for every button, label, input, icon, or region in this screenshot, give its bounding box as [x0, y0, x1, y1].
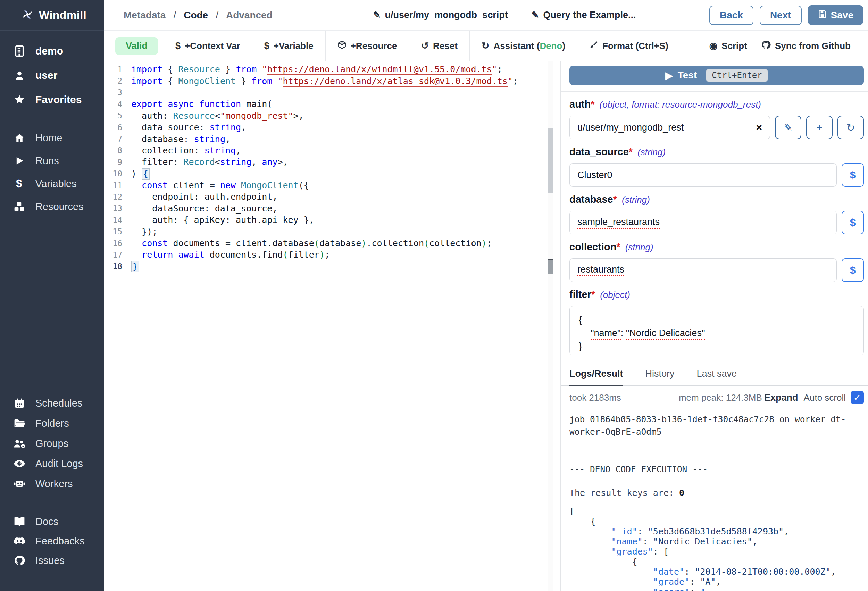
result-json-line: "grades": [: [570, 547, 864, 557]
assistant-lang: Deno: [540, 41, 562, 51]
sidebar-item-label: Resources: [35, 201, 84, 213]
add-variable-button[interactable]: $ +Variable: [252, 35, 325, 56]
sidebar-item-resources[interactable]: Resources: [0, 195, 104, 218]
sidebar-item-feedbacks[interactable]: Feedbacks: [0, 531, 104, 551]
code-editor[interactable]: 1import { Resource } from "https://deno.…: [104, 62, 555, 591]
autoscroll-checkbox[interactable]: ✓: [851, 391, 864, 404]
test-label: Test: [678, 70, 697, 81]
building-icon: [12, 45, 27, 57]
code-line: 9 filter: Record<string, any>,: [104, 156, 555, 168]
line-number: 2: [104, 76, 122, 86]
play-icon: [12, 155, 27, 166]
line-number: 12: [104, 192, 122, 201]
field-name: collection: [570, 241, 616, 253]
back-button[interactable]: Back: [709, 6, 753, 25]
tab-metadata[interactable]: Metadata: [124, 10, 165, 21]
plus-icon: +: [816, 121, 822, 133]
next-button[interactable]: Next: [760, 6, 802, 25]
save-button[interactable]: Save: [808, 5, 863, 25]
assistant-label: Assistant (Deno): [493, 41, 565, 52]
add-context-var-button[interactable]: $ +Context Var: [164, 35, 252, 56]
sidebar-item-label: Schedules: [35, 397, 82, 409]
database-field-label: database*(string): [570, 194, 864, 205]
sidebar-item-workers[interactable]: Workers: [0, 474, 104, 494]
code-line: 6 data_source: string,: [104, 121, 555, 133]
sidebar-item-favorites[interactable]: Favorites: [0, 87, 104, 112]
required-star: *: [616, 241, 620, 253]
tab-advanced[interactable]: Advanced: [226, 10, 273, 21]
sidebar-item-issues[interactable]: Issues: [0, 551, 104, 570]
auth-resource-input[interactable]: u/user/my_mongodb_rest ×: [570, 116, 770, 139]
sidebar-item-label: Workers: [35, 478, 72, 490]
sidebar-item-label: Issues: [35, 555, 65, 566]
data_source-var-picker-button[interactable]: $: [841, 163, 864, 187]
result-json-line: "grade": "A",: [570, 577, 864, 587]
scrollbar-thumb[interactable]: [548, 129, 553, 193]
valid-badge: Valid: [115, 37, 158, 55]
line-number: 17: [104, 250, 122, 259]
sidebar-item-audit-logs[interactable]: Audit Logs: [0, 454, 104, 474]
field-type: (object): [600, 290, 630, 300]
editor-scrollbar[interactable]: [548, 62, 553, 591]
result-json-line: "name": "Nordic Delicacies",: [570, 536, 864, 547]
sidebar-item-docs[interactable]: Docs: [0, 512, 104, 531]
collection-input[interactable]: restaurants: [570, 259, 837, 282]
sidebar-item-home[interactable]: Home: [0, 126, 104, 149]
tab-logs-result[interactable]: Logs/Result: [570, 363, 623, 386]
reset-label: Reset: [433, 41, 458, 52]
mem-peak-label: mem peak: 124.3MB: [679, 392, 762, 403]
pencil-icon: ✎: [373, 10, 381, 21]
sidebar-item-groups[interactable]: Groups: [0, 433, 104, 454]
assistant-button[interactable]: ↻ Assistant (Deno): [470, 35, 577, 56]
tab-code[interactable]: Code: [184, 10, 208, 21]
edit-resource-button[interactable]: ✎: [775, 116, 802, 139]
field-type: (string): [638, 147, 666, 158]
result-json-line: [: [570, 506, 864, 516]
code-line: 3: [104, 87, 555, 98]
home-icon: [12, 133, 27, 143]
line-number: 3: [104, 88, 122, 97]
expand-button[interactable]: Expand: [764, 392, 798, 403]
add-resource-button-panel[interactable]: +: [806, 116, 833, 139]
script-path-button[interactable]: ✎ u/user/my_mongodb_script: [373, 10, 508, 21]
play-icon: ▶: [665, 70, 673, 81]
field-type: (string): [625, 242, 654, 253]
sidebar-item-user[interactable]: user: [0, 63, 104, 87]
add-resource-button[interactable]: +Resource: [326, 35, 409, 56]
sidebar-item-runs[interactable]: Runs: [0, 149, 104, 172]
windmill-app: Windmill demouserFavorites HomeRuns$Vari…: [0, 0, 868, 591]
database-input[interactable]: sample_restaurants: [570, 211, 837, 234]
robot-icon: [12, 479, 27, 489]
tab-history[interactable]: History: [645, 363, 675, 386]
code-line: 15 });: [104, 226, 555, 237]
brush-icon: [589, 40, 598, 52]
refresh-resource-button[interactable]: ↻: [837, 116, 864, 139]
windmill-logo[interactable]: Windmill: [0, 0, 104, 31]
script-title-button[interactable]: ✎ Query the Example...: [531, 10, 636, 21]
sync-from-github-button[interactable]: Sync from Github: [761, 35, 851, 56]
test-button[interactable]: ▶Test Ctrl+Enter: [570, 66, 864, 85]
sidebar-item-variables[interactable]: $Variables: [0, 172, 104, 195]
database-var-picker-button[interactable]: $: [841, 211, 864, 234]
filter-json-editor[interactable]: { "name": "Nordic Delicacies" }: [570, 306, 864, 355]
format-label: Format (Ctrl+S): [602, 41, 668, 52]
auth-field-label: auth* (object, format: resource-mongodb_…: [570, 99, 864, 110]
autoscroll-label[interactable]: Auto scroll: [804, 392, 846, 403]
collection-var-picker-button[interactable]: $: [841, 259, 864, 282]
line-number: 16: [104, 239, 122, 248]
tab-last-save[interactable]: Last save: [697, 363, 737, 386]
sidebar-item-demo[interactable]: demo: [0, 39, 104, 63]
script-kind-button[interactable]: ◉ Script: [709, 35, 747, 56]
reset-button[interactable]: ↺ Reset: [409, 35, 469, 56]
sidebar-item-schedules[interactable]: Schedules: [0, 393, 104, 413]
result-json-line: "score": 4: [570, 587, 864, 591]
clear-icon[interactable]: ×: [756, 121, 762, 133]
sidebar-item-label: Home: [35, 132, 62, 144]
code-line: 1import { Resource } from "https://deno.…: [104, 64, 555, 75]
data_source-input[interactable]: Cluster0: [570, 163, 837, 187]
sidebar-item-folders[interactable]: Folders: [0, 413, 104, 433]
result-key: 0: [679, 488, 684, 498]
format-button[interactable]: Format (Ctrl+S): [577, 35, 680, 56]
field-type: (string): [622, 195, 650, 205]
dollar-icon: $: [264, 41, 269, 52]
